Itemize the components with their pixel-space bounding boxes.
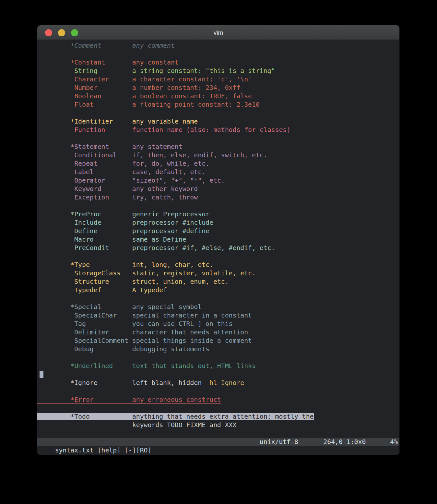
text-segment: Exception try, catch, throw <box>40 194 198 201</box>
buffer-line: String a string constant: "this is a str… <box>37 67 399 75</box>
text-segment: *Identifier any variable name <box>40 118 198 125</box>
buffer-line: Delimiter character that needs attention <box>37 328 399 337</box>
buffer-line: Number a number constant: 234, 0xff <box>37 84 399 92</box>
buffer-line: Define preprocessor #define <box>37 227 399 235</box>
text-segment: Function function name (also: methods fo… <box>40 126 290 134</box>
buffer-line: Label case, default, etc. <box>37 168 399 176</box>
buffer-line: Tag you can use CTRL-] on this <box>37 320 399 328</box>
buffer-line: Typedef A typedef <box>37 286 399 294</box>
text-segment: *Constant any constant <box>40 59 179 66</box>
status-scroll-percent: 4% <box>390 438 398 446</box>
text-segment: *Todo anything that needs extra attentio… <box>37 413 314 420</box>
text-segment: *Ignore left blank, hidden <box>40 379 202 387</box>
text-segment: Tag you can use CTRL-] on this <box>40 320 232 328</box>
text-segment: Number a number constant: 234, 0xff <box>40 84 240 91</box>
buffer-line: *Constant any constant <box>37 58 399 67</box>
buffer-line: *PreProc generic Preprocessor <box>37 210 399 219</box>
buffer-line: Exception try, catch, throw <box>37 193 399 202</box>
text-segment <box>202 379 209 387</box>
text-segment: Structure struct, union, enum, etc. <box>40 278 229 285</box>
text-segment: Typedef A typedef <box>40 286 167 294</box>
buffer-line: Function function name (also: methods fo… <box>37 126 399 134</box>
text-segment: Operator "sizeof", "+", "*", etc. <box>40 177 225 184</box>
buffer-line: *Special any special symbol <box>37 303 399 311</box>
buffer-line: Character a character constant: 'c', '\n… <box>37 75 399 84</box>
buffer-line: SpecialComment special things inside a c… <box>37 337 399 345</box>
buffer-line: *Underlined text that stands out, HTML l… <box>37 362 399 370</box>
text-segment: Repeat for, do, while, etc. <box>40 160 209 167</box>
buffer-line <box>37 404 399 413</box>
status-line: syntax.txt [help] [-][RO] unix/utf-8 264… <box>37 438 399 446</box>
cursor-block <box>40 371 43 378</box>
buffer-line <box>37 109 399 117</box>
buffer-line <box>37 252 399 261</box>
text-segment: Boolean a boolean constant: TRUE, false <box>40 92 252 100</box>
buffer-line: *Type int, long, char, etc. <box>37 261 399 269</box>
buffer-line: Keyword any other keyword <box>37 185 399 193</box>
buffer-line: PreCondit preprocessor #if, #else, #endi… <box>37 244 399 252</box>
buffer-line: Conditional if, then, else, endif, switc… <box>37 151 399 160</box>
buffer-line <box>37 429 399 438</box>
text-segment: StorageClass static, register, volatile,… <box>40 270 256 277</box>
buffer-line: Structure struct, union, enum, etc. <box>37 278 399 286</box>
text-segment: *Underlined text that stands out, HTML l… <box>40 362 256 370</box>
text-segment: Include preprocessor #include <box>40 219 213 226</box>
buffer-line: Float a floating point constant: 2.3e10 <box>37 101 399 109</box>
text-segment: *Error any erroneous construct <box>37 396 221 404</box>
text-segment: *Statement any statement <box>40 143 183 150</box>
vim-window: vim *Comment any comment *Constant any c… <box>37 25 399 455</box>
text-segment: SpecialComment special things inside a c… <box>40 337 252 344</box>
buffer-line: StorageClass static, register, volatile,… <box>37 269 399 278</box>
text-segment: Conditional if, then, else, endif, switc… <box>40 151 267 159</box>
help-link-hl-ignore: hl-Ignore <box>209 379 244 387</box>
buffer-line: *Todo anything that needs extra attentio… <box>37 413 399 421</box>
text-segment: *Special any special symbol <box>40 303 202 311</box>
status-file-info: syntax.txt [help] [-][RO] <box>53 447 152 454</box>
text-segment: Debug debugging statements <box>40 345 209 353</box>
text-segment: Keyword any other keyword <box>40 185 198 193</box>
buffer-line <box>37 202 399 210</box>
buffer-line <box>37 354 399 362</box>
buffer-line: *Error any erroneous construct <box>37 396 399 404</box>
text-segment: SpecialChar special character in a const… <box>40 312 252 319</box>
text-segment: *PreProc generic Preprocessor <box>40 210 209 218</box>
text-segment: Define preprocessor #define <box>40 227 209 235</box>
text-segment: *Type int, long, char, etc. <box>40 261 213 269</box>
buffer-line: SpecialChar special character in a const… <box>37 311 399 320</box>
buffer-line <box>37 387 399 396</box>
buffer-line: Include preprocessor #include <box>37 219 399 227</box>
status-format-encoding: unix/utf-8 <box>260 438 298 446</box>
buffer-line: Debug debugging statements <box>37 345 399 354</box>
buffer-line: *Statement any statement <box>37 143 399 151</box>
buffer-line <box>37 50 399 58</box>
text-segment: Float a floating point constant: 2.3e10 <box>40 101 260 108</box>
buffer-line <box>37 370 399 379</box>
text-segment: Character a character constant: 'c', '\n… <box>40 76 252 83</box>
text-segment: keywords TODO FIXME and XXX <box>40 421 236 429</box>
text-segment: *Comment any comment <box>40 42 175 49</box>
buffer-line: Repeat for, do, while, etc. <box>37 160 399 168</box>
buffer-line: *Comment any comment <box>37 42 399 50</box>
buffer-lines[interactable]: *Comment any comment *Constant any const… <box>37 40 399 438</box>
buffer-line <box>37 294 399 303</box>
text-segment: Macro same as Define <box>40 236 186 243</box>
buffer-line: keywords TODO FIXME and XXX <box>37 421 399 429</box>
text-segment: Delimiter character that needs attention <box>40 329 248 336</box>
buffer-line: Boolean a boolean constant: TRUE, false <box>37 92 399 101</box>
buffer-line: *Identifier any variable name <box>37 117 399 126</box>
window-title: vim <box>37 25 399 40</box>
titlebar[interactable]: vim <box>37 25 399 40</box>
buffer-line: *Ignore left blank, hidden hl-Ignore <box>37 379 399 387</box>
buffer-line: Operator "sizeof", "+", "*", etc. <box>37 176 399 185</box>
text-segment: Label case, default, etc. <box>40 168 206 176</box>
status-ruler: 264,0-1:0x0 <box>323 438 366 446</box>
text-segment: PreCondit preprocessor #if, #else, #endi… <box>40 244 275 252</box>
text-segment: String a string constant: "this is a str… <box>40 67 275 75</box>
buffer-line <box>37 134 399 143</box>
buffer-line: Macro same as Define <box>37 235 399 244</box>
